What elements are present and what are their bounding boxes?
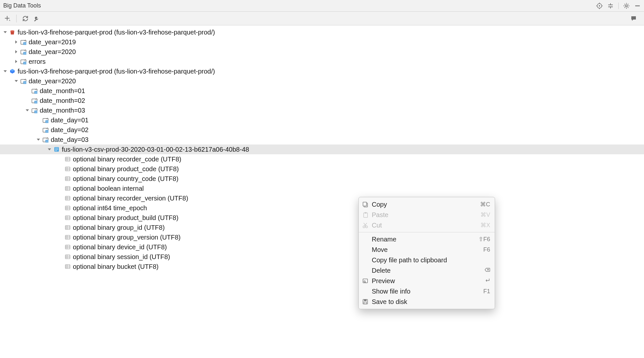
chevron-down-icon[interactable] bbox=[25, 108, 30, 113]
column-field-icon bbox=[64, 166, 71, 172]
menu-shortcut-icon bbox=[484, 267, 490, 274]
menu-icon-spacer bbox=[362, 246, 369, 253]
tree-node-label: optional binary session_id (UTF8) bbox=[73, 252, 170, 262]
chevron-down-icon[interactable] bbox=[14, 78, 19, 84]
folder-partition-icon bbox=[42, 136, 49, 143]
indent-spacer bbox=[0, 52, 14, 52]
indent-spacer bbox=[0, 198, 58, 199]
tree-row[interactable]: optional boolean internal bbox=[0, 184, 644, 193]
tree-row[interactable]: date_month=03 bbox=[0, 105, 644, 115]
tree-row[interactable]: date_day=03 bbox=[0, 135, 644, 145]
preview-icon bbox=[362, 278, 369, 284]
save-icon bbox=[362, 298, 369, 305]
tree-node-label: optional binary product_code (UTF8) bbox=[73, 164, 179, 174]
menu-item[interactable]: Preview bbox=[359, 276, 495, 286]
indent-spacer bbox=[0, 247, 58, 247]
menu-item[interactable]: Delete bbox=[359, 265, 495, 276]
tree-node-label: date_year=2020 bbox=[29, 47, 76, 57]
menu-item[interactable]: Save to disk bbox=[359, 296, 495, 307]
menu-shortcut: F6 bbox=[483, 246, 490, 253]
tree-node-label: fus-lion-v3-firehose-parquet-prod (fus-l… bbox=[18, 66, 215, 76]
separator bbox=[16, 15, 17, 22]
gear-icon[interactable] bbox=[623, 3, 630, 9]
file-blue-icon bbox=[53, 146, 60, 153]
copy-icon bbox=[362, 201, 369, 208]
context-menu[interactable]: Copy⌘CPaste⌘VCut⌘XRename⇧F6MoveF6Copy fi… bbox=[358, 197, 495, 309]
tree-node-label: date_month=02 bbox=[40, 96, 85, 106]
menu-item: Cut⌘X bbox=[359, 220, 495, 230]
chevron-down-icon[interactable] bbox=[3, 30, 8, 35]
menu-item[interactable]: MoveF6 bbox=[359, 244, 495, 255]
add-button[interactable] bbox=[3, 14, 12, 23]
tree-row[interactable]: optional binary device_id (UTF8) bbox=[0, 242, 644, 252]
tree-row[interactable]: optional binary group_version (UTF8) bbox=[0, 232, 644, 242]
menu-item-label: Cut bbox=[372, 222, 477, 229]
settings-button[interactable] bbox=[32, 14, 41, 23]
chevron-down-icon[interactable] bbox=[47, 147, 52, 152]
menu-item[interactable]: Rename⇧F6 bbox=[359, 234, 495, 244]
tree-node-label: optional binary product_build (UTF8) bbox=[73, 213, 179, 223]
chevron-down-icon[interactable] bbox=[3, 69, 8, 74]
folder-partition-icon bbox=[20, 78, 27, 84]
menu-item[interactable]: Copy⌘C bbox=[359, 199, 495, 210]
indent-spacer bbox=[0, 110, 25, 111]
tree-node-label: date_day=01 bbox=[51, 115, 88, 125]
tree-row[interactable]: fus-lion-v3-firehose-parquet-prod (fus-l… bbox=[0, 27, 644, 37]
tree-row[interactable]: date_day=01 bbox=[0, 115, 644, 125]
menu-item-label: Rename bbox=[372, 236, 475, 243]
refresh-button[interactable] bbox=[21, 14, 30, 23]
indent-spacer bbox=[0, 159, 58, 159]
menu-shortcut: ⇧F6 bbox=[478, 236, 490, 243]
tree-row[interactable]: optional binary group_id (UTF8) bbox=[0, 223, 644, 232]
tree-node-label: optional boolean internal bbox=[73, 184, 144, 194]
chevron-right-icon[interactable] bbox=[14, 59, 19, 64]
tree-row[interactable]: optional binary session_id (UTF8) bbox=[0, 252, 644, 262]
tree-node-label: date_year=2019 bbox=[29, 37, 76, 47]
tree-row[interactable]: optional binary recorder_code (UTF8) bbox=[0, 154, 644, 164]
tree-row[interactable]: date_year=2019 bbox=[0, 37, 644, 47]
feedback-icon[interactable] bbox=[630, 15, 637, 22]
indent-spacer bbox=[0, 42, 14, 42]
column-field-icon bbox=[64, 234, 71, 241]
chevron-right-icon[interactable] bbox=[14, 49, 19, 54]
tree-node-label: optional int64 time_epoch bbox=[73, 203, 147, 213]
menu-shortcut: ⌘V bbox=[480, 211, 490, 218]
column-field-icon bbox=[64, 214, 71, 221]
file-tree[interactable]: fus-lion-v3-firehose-parquet-prod (fus-l… bbox=[0, 25, 644, 271]
tree-row[interactable]: date_month=01 bbox=[0, 86, 644, 96]
tree-row[interactable]: optional binary country_code (UTF8) bbox=[0, 174, 644, 184]
tree-row[interactable]: optional binary product_build (UTF8) bbox=[0, 213, 644, 223]
tree-node-label: optional binary device_id (UTF8) bbox=[73, 242, 167, 252]
tree-row[interactable]: fus-lion-v3-csv-prod-30-2020-03-01-00-02… bbox=[0, 145, 644, 154]
bucket-red-icon bbox=[9, 29, 16, 35]
tree-row[interactable]: optional int64 time_epoch bbox=[0, 203, 644, 213]
indent-spacer bbox=[0, 149, 47, 150]
tree-row[interactable]: fus-lion-v3-firehose-parquet-prod (fus-l… bbox=[0, 66, 644, 76]
target-icon[interactable] bbox=[596, 3, 603, 9]
menu-item-label: Save to disk bbox=[372, 298, 490, 306]
minimize-icon[interactable] bbox=[634, 3, 641, 9]
menu-item[interactable]: Copy file path to clipboard bbox=[359, 255, 495, 265]
tree-row[interactable]: date_day=02 bbox=[0, 125, 644, 135]
tree-row[interactable]: errors bbox=[0, 57, 644, 66]
titlebar-actions bbox=[596, 3, 641, 9]
folder-partition-icon bbox=[31, 107, 38, 114]
tree-row[interactable]: optional binary bucket (UTF8) bbox=[0, 262, 644, 271]
indent-spacer bbox=[0, 227, 58, 228]
chevron-down-icon[interactable] bbox=[36, 137, 41, 142]
panel-title: Big Data Tools bbox=[3, 2, 41, 9]
menu-item-label: Paste bbox=[372, 211, 477, 219]
tree-row[interactable]: date_year=2020 bbox=[0, 76, 644, 86]
chevron-right-icon[interactable] bbox=[14, 39, 19, 45]
indent-spacer bbox=[0, 130, 36, 130]
column-field-icon bbox=[64, 185, 71, 192]
split-icon[interactable] bbox=[607, 3, 614, 9]
tree-row[interactable]: date_year=2020 bbox=[0, 47, 644, 57]
tree-row[interactable]: optional binary recorder_version (UTF8) bbox=[0, 193, 644, 203]
menu-item: Paste⌘V bbox=[359, 210, 495, 220]
menu-shortcut: F1 bbox=[483, 288, 490, 295]
menu-item[interactable]: Show file infoF1 bbox=[359, 286, 495, 296]
tree-row[interactable]: optional binary product_code (UTF8) bbox=[0, 164, 644, 174]
column-field-icon bbox=[64, 224, 71, 231]
tree-row[interactable]: date_month=02 bbox=[0, 96, 644, 105]
